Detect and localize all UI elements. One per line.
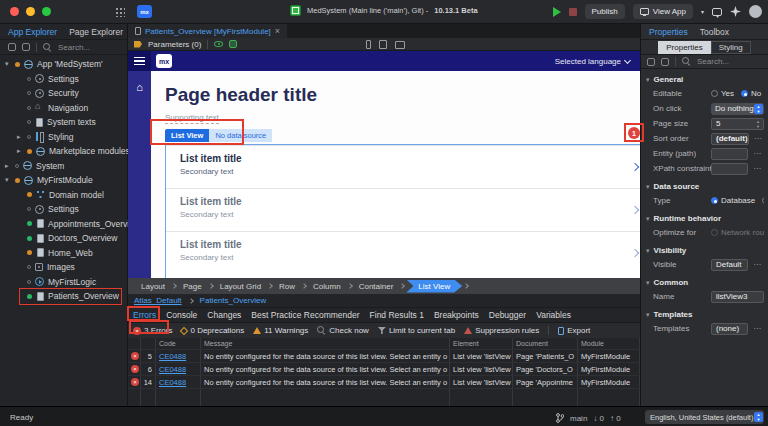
tree-item[interactable]: Images xyxy=(0,260,127,275)
radio-type-database[interactable] xyxy=(711,197,718,204)
stop-button[interactable] xyxy=(569,8,577,16)
radio-editable-yes[interactable] xyxy=(711,90,718,97)
close-tab-icon[interactable]: × xyxy=(275,26,280,36)
breadcrumb-item[interactable]: Row xyxy=(274,282,300,291)
tree-item[interactable]: Styling xyxy=(0,130,127,145)
minimize-window-button[interactable] xyxy=(26,7,35,16)
view-app-button[interactable]: View App xyxy=(633,4,693,19)
list-item[interactable]: List item title Secondary text xyxy=(166,231,640,274)
publish-button[interactable]: Publish xyxy=(585,4,625,19)
templates-value[interactable]: (none) xyxy=(711,323,748,335)
bottom-panel-tab[interactable]: Debugger xyxy=(489,310,526,320)
breadcrumb-item[interactable]: List View xyxy=(406,280,462,293)
page-size-input[interactable]: 5 xyxy=(711,118,764,130)
collapse-sections-icon[interactable] xyxy=(647,58,655,66)
tree-item[interactable]: MyFirstModule xyxy=(0,173,127,188)
tree-item[interactable]: Doctors_Overview xyxy=(0,231,127,246)
xpath-value[interactable] xyxy=(711,163,748,175)
breadcrumb-item[interactable]: Column xyxy=(308,282,346,291)
error-row[interactable]: 6 CE0488 No entity configured for the da… xyxy=(128,363,640,376)
maximize-window-button[interactable] xyxy=(42,7,51,16)
list-item[interactable]: List item title Secondary text xyxy=(166,145,640,188)
list-view-tab[interactable]: No data source xyxy=(209,129,272,142)
hamburger-menu-icon[interactable] xyxy=(128,51,151,71)
col-code[interactable]: Code xyxy=(156,338,201,349)
path-root-link[interactable]: Atlas_Default xyxy=(134,296,182,305)
error-row[interactable]: 14 CE0488 No entity configured for the d… xyxy=(128,376,640,389)
feedback-icon[interactable] xyxy=(712,8,722,16)
explorer-search-input[interactable]: Search... xyxy=(58,43,90,52)
tablet-preview-icon[interactable] xyxy=(379,40,387,49)
bottom-panel-tab[interactable]: Best Practice Recommender xyxy=(251,310,359,320)
bottom-panel-tab[interactable]: Variables xyxy=(536,310,571,320)
user-avatar[interactable] xyxy=(749,5,762,18)
subtab-styling[interactable]: Styling xyxy=(711,41,751,54)
expand-arrow-icon[interactable] xyxy=(17,147,25,155)
tree-item[interactable]: Security xyxy=(0,86,127,101)
sparkle-ai-icon[interactable] xyxy=(730,6,741,17)
error-code-link[interactable]: CE0488 xyxy=(156,363,201,375)
breadcrumb-item[interactable]: Container xyxy=(354,282,399,291)
section-general[interactable]: General xyxy=(641,73,768,86)
document-tab[interactable]: Patients_Overview [MyFirstModule] × xyxy=(128,24,287,38)
tree-item[interactable]: Marketplace modules xyxy=(0,144,127,159)
tree-item[interactable]: Settings xyxy=(0,202,127,217)
tree-item[interactable]: MyFirstLogic xyxy=(0,275,127,290)
errors-filter-button[interactable]: 3 Errors xyxy=(133,326,172,335)
bottom-panel-tab[interactable]: Breakpoints xyxy=(434,310,479,320)
deprecations-filter-button[interactable]: 0 Deprecations xyxy=(181,326,244,335)
run-button[interactable] xyxy=(553,7,561,17)
section-common[interactable]: Common xyxy=(641,276,768,289)
more-button[interactable] xyxy=(752,133,765,145)
tab-page-explorer[interactable]: Page Explorer xyxy=(69,27,123,37)
expand-arrow-icon[interactable] xyxy=(5,176,13,184)
collapse-all-icon[interactable] xyxy=(8,43,16,51)
error-code-link[interactable]: CE0488 xyxy=(156,376,201,388)
more-button[interactable] xyxy=(751,259,764,271)
tree-item[interactable]: Patients_Overview xyxy=(0,289,127,304)
radio-type-alt[interactable] xyxy=(762,197,764,204)
visible-value[interactable]: Default xyxy=(711,259,748,271)
breadcrumb-item[interactable]: Layout xyxy=(136,282,170,291)
expand-arrow-icon[interactable] xyxy=(17,133,25,141)
page-header-title[interactable]: Page header title xyxy=(165,84,640,106)
bottom-panel-tab[interactable]: Changes xyxy=(207,310,241,320)
visibility-eye-icon[interactable] xyxy=(214,41,223,47)
mendix-logo-icon[interactable]: mx xyxy=(137,5,152,18)
sort-order-value[interactable]: (default) xyxy=(711,133,749,145)
tree-item[interactable]: Domain model xyxy=(0,188,127,203)
error-code-link[interactable]: CE0488 xyxy=(156,350,201,362)
col-message[interactable]: Message xyxy=(201,338,450,349)
section-runtime-behavior[interactable]: Runtime behavior xyxy=(641,212,768,225)
expand-all-icon[interactable] xyxy=(22,43,30,51)
on-click-select[interactable]: Do nothing xyxy=(711,103,764,115)
section-visibility[interactable]: Visibility xyxy=(641,244,768,257)
desktop-preview-icon[interactable] xyxy=(395,41,405,49)
properties-search-input[interactable]: Search... xyxy=(697,57,729,66)
list-view-tab[interactable]: List View xyxy=(165,129,209,142)
col-document[interactable]: Document xyxy=(513,338,578,349)
path-current-link[interactable]: Patients_Overview xyxy=(200,296,267,305)
view-app-dropdown-arrow[interactable]: ▾ xyxy=(701,8,704,15)
tree-item[interactable]: System texts xyxy=(0,115,127,130)
entity-value[interactable] xyxy=(711,148,748,160)
push-indicator[interactable]: ↑ 0 xyxy=(610,414,621,423)
error-count-badge[interactable]: 1 xyxy=(628,127,640,139)
tree-item[interactable]: Appointments_Overview xyxy=(0,217,127,232)
git-status[interactable]: main ↓ 0 ↑ 0 xyxy=(556,413,621,423)
section-data-source[interactable]: Data source xyxy=(641,180,768,193)
more-button[interactable] xyxy=(751,323,764,335)
expand-sections-icon[interactable] xyxy=(661,58,669,66)
stepper-icon[interactable] xyxy=(754,119,762,130)
export-button[interactable]: Export xyxy=(558,326,590,335)
more-button[interactable] xyxy=(751,163,764,175)
tree-item[interactable]: Navigation xyxy=(0,101,127,116)
bottom-panel-tab[interactable]: Find Results 1 xyxy=(370,310,424,320)
bottom-panel-tab[interactable]: Console xyxy=(166,310,197,320)
breadcrumb-item[interactable]: Page xyxy=(178,282,207,291)
radio-editable-no[interactable] xyxy=(741,90,748,97)
error-row[interactable]: 5 CE0488 No entity configured for the da… xyxy=(128,350,640,363)
close-window-button[interactable] xyxy=(10,7,19,16)
pull-indicator[interactable]: ↓ 0 xyxy=(593,414,604,423)
supporting-text[interactable]: Supporting text xyxy=(165,113,219,124)
